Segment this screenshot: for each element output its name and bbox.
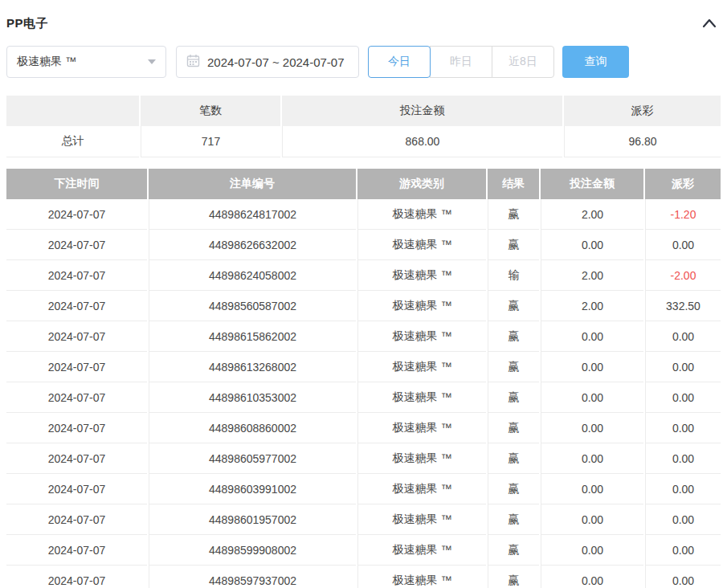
date-range-value: 2024-07-07 ~ 2024-07-07 — [207, 55, 345, 69]
payout-cell: 0.00 — [645, 382, 721, 413]
header-bet-time: 下注时间 — [6, 169, 147, 199]
result-cell: 赢 — [488, 413, 539, 443]
bet-time-cell: 2024-07-07 — [6, 382, 147, 413]
bet-time-cell: 2024-07-07 — [6, 291, 147, 321]
pp-electronic-panel: PP电子 极速糖果 ™ — [0, 0, 727, 588]
result-cell: 输 — [488, 260, 539, 291]
game-type-cell: 极速糖果 ™ — [357, 413, 486, 443]
bet-amount-cell: 0.00 — [541, 230, 643, 260]
result-cell: 赢 — [488, 504, 539, 535]
bet-id-cell: 44898597937002 — [149, 566, 356, 588]
table-row: 2024-07-0744898605977002极速糖果 ™赢0.000.00 — [6, 443, 721, 474]
bet-table-header: 下注时间 注单编号 游戏类别 结果 投注金额 派彩 — [6, 169, 721, 199]
summary-total-label: 总计 — [6, 126, 139, 157]
bet-id-cell: 44898560587002 — [149, 291, 356, 321]
bet-amount-cell: 0.00 — [541, 382, 643, 413]
payout-cell: -2.00 — [645, 260, 721, 291]
bet-time-cell: 2024-07-07 — [6, 230, 147, 260]
bet-id-cell: 44898610353002 — [149, 382, 356, 413]
bet-amount-cell: 2.00 — [541, 260, 643, 291]
table-row: 2024-07-0744898615862002极速糖果 ™赢0.000.00 — [6, 321, 721, 352]
bet-id-cell: 44898603991002 — [149, 474, 356, 504]
result-cell: 赢 — [488, 443, 539, 474]
table-row: 2024-07-0744898603991002极速糖果 ™赢0.000.00 — [6, 474, 721, 504]
bet-time-cell: 2024-07-07 — [6, 413, 147, 443]
bet-time-cell: 2024-07-07 — [6, 199, 147, 230]
chevron-down-icon — [148, 59, 156, 64]
filter-bar: 极速糖果 ™ 2024-07-07 ~ 2024-07-07 — [6, 46, 721, 78]
bet-amount-cell: 0.00 — [541, 504, 643, 535]
result-cell: 赢 — [488, 321, 539, 352]
game-type-cell: 极速糖果 ™ — [357, 260, 486, 291]
bet-amount-cell: 0.00 — [541, 566, 643, 588]
payout-cell: 0.00 — [645, 566, 721, 588]
result-cell: 赢 — [488, 352, 539, 382]
payout-cell: 0.00 — [645, 443, 721, 474]
payout-cell: -1.20 — [645, 199, 721, 230]
table-row: 2024-07-0744898601957002极速糖果 ™赢0.000.00 — [6, 504, 721, 535]
game-type-cell: 极速糖果 ™ — [357, 321, 486, 352]
summary-header-row: 笔数 投注金额 派彩 — [6, 96, 721, 126]
summary-total-row: 总计 717 868.00 96.80 — [6, 126, 721, 157]
bet-records-table: 下注时间 注单编号 游戏类别 结果 投注金额 派彩 2024-07-074489… — [6, 169, 721, 588]
bet-id-cell: 44898605977002 — [149, 443, 356, 474]
bet-time-cell: 2024-07-07 — [6, 443, 147, 474]
bet-time-cell: 2024-07-07 — [6, 260, 147, 291]
bet-id-cell: 44898601957002 — [149, 504, 356, 535]
payout-cell: 0.00 — [645, 352, 721, 382]
payout-cell: 0.00 — [645, 321, 721, 352]
summary-header-payout: 派彩 — [564, 96, 721, 126]
header-bet-id: 注单编号 — [149, 169, 356, 199]
game-type-cell: 极速糖果 ™ — [357, 504, 486, 535]
bet-amount-cell: 0.00 — [541, 413, 643, 443]
result-cell: 赢 — [488, 566, 539, 588]
yesterday-button[interactable]: 昨日 — [430, 46, 492, 78]
bet-id-cell: 44898599908002 — [149, 535, 356, 566]
payout-cell: 0.00 — [645, 535, 721, 566]
game-type-cell: 极速糖果 ™ — [357, 443, 486, 474]
date-range-input[interactable]: 2024-07-07 ~ 2024-07-07 — [176, 46, 359, 78]
table-row: 2024-07-0744898626632002极速糖果 ™赢0.000.00 — [6, 230, 721, 260]
bet-id-cell: 44898626632002 — [149, 230, 356, 260]
summary-table: 笔数 投注金额 派彩 总计 717 868.00 96.80 — [6, 96, 721, 157]
game-select[interactable]: 极速糖果 ™ — [6, 46, 166, 78]
summary-header-count: 笔数 — [141, 96, 280, 126]
bet-time-cell: 2024-07-07 — [6, 535, 147, 566]
collapse-toggle[interactable] — [700, 14, 719, 34]
table-row: 2024-07-0744898613268002极速糖果 ™赢0.000.00 — [6, 352, 721, 382]
bet-time-cell: 2024-07-07 — [6, 321, 147, 352]
result-cell: 赢 — [488, 291, 539, 321]
game-type-cell: 极速糖果 ™ — [357, 535, 486, 566]
calendar-icon — [186, 54, 200, 70]
bet-id-cell: 44898613268002 — [149, 352, 356, 382]
game-type-cell: 极速糖果 ™ — [357, 352, 486, 382]
payout-cell: 0.00 — [645, 230, 721, 260]
game-type-cell: 极速糖果 ™ — [357, 291, 486, 321]
result-cell: 赢 — [488, 230, 539, 260]
payout-cell: 0.00 — [645, 504, 721, 535]
header-result: 结果 — [488, 169, 539, 199]
game-type-cell: 极速糖果 ™ — [357, 199, 486, 230]
table-row: 2024-07-0744898597937002极速糖果 ™赢0.000.00 — [6, 566, 721, 588]
summary-header-bet-amount: 投注金额 — [282, 96, 562, 126]
bet-time-cell: 2024-07-07 — [6, 352, 147, 382]
header-game-type: 游戏类别 — [357, 169, 486, 199]
query-button[interactable]: 查询 — [562, 46, 629, 78]
table-row: 2024-07-0744898560587002极速糖果 ™赢2.00332.5… — [6, 291, 721, 321]
table-row: 2024-07-0744898608860002极速糖果 ™赢0.000.00 — [6, 413, 721, 443]
header-bet-amount: 投注金额 — [541, 169, 643, 199]
summary-payout-value: 96.80 — [564, 126, 721, 157]
table-row: 2024-07-0744898624817002极速糖果 ™赢2.00-1.20 — [6, 199, 721, 230]
payout-cell: 0.00 — [645, 413, 721, 443]
today-button[interactable]: 今日 — [368, 46, 431, 78]
bet-amount-cell: 2.00 — [541, 199, 643, 230]
last-8-days-button[interactable]: 近8日 — [492, 46, 554, 78]
bet-id-cell: 44898624058002 — [149, 260, 356, 291]
chevron-up-icon — [702, 18, 717, 31]
bet-id-cell: 44898624817002 — [149, 199, 356, 230]
game-type-cell: 极速糖果 ™ — [357, 230, 486, 260]
payout-cell: 332.50 — [645, 291, 721, 321]
bet-table-body: 2024-07-0744898624817002极速糖果 ™赢2.00-1.20… — [6, 199, 721, 588]
panel-title: PP电子 — [6, 16, 48, 31]
bet-id-cell: 44898608860002 — [149, 413, 356, 443]
